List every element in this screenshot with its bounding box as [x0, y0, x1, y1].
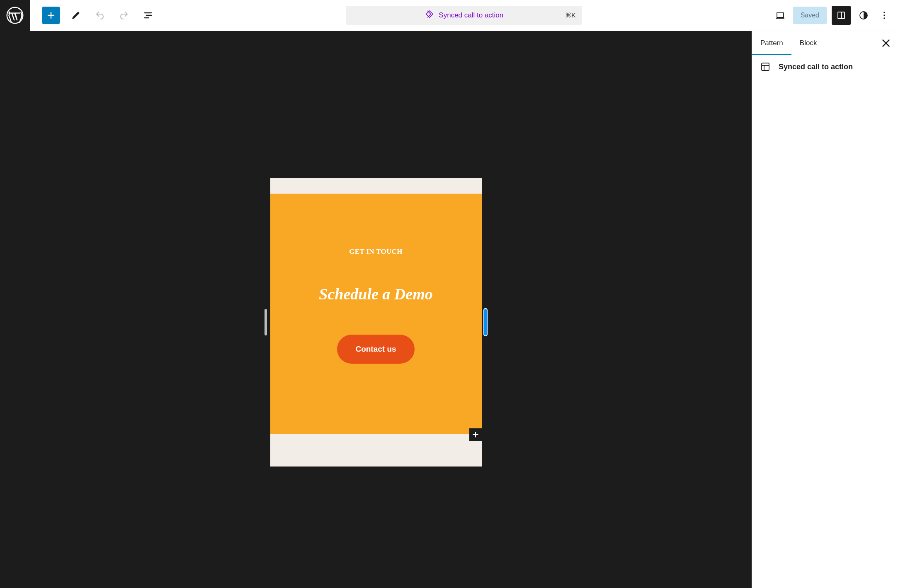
edit-tool-button[interactable]	[68, 7, 84, 23]
block-inserter-button[interactable]	[42, 7, 60, 24]
close-sidebar-button[interactable]	[880, 37, 892, 49]
svg-rect-17	[762, 63, 769, 70]
cta-heading[interactable]: Schedule a Demo	[279, 285, 473, 303]
document-bar[interactable]: Synced call to action ⌘K	[346, 6, 582, 25]
styles-button[interactable]	[856, 7, 871, 23]
undo-button	[92, 7, 108, 23]
svg-point-12	[883, 17, 885, 19]
command-shortcut: ⌘K	[565, 12, 575, 19]
add-block-button[interactable]	[469, 428, 482, 441]
top-toolbar: Synced call to action ⌘K Saved	[0, 0, 898, 31]
tab-pattern[interactable]: Pattern	[752, 31, 791, 55]
document-title: Synced call to action	[439, 11, 503, 19]
synced-pattern-icon	[425, 10, 434, 21]
cta-eyebrow[interactable]: GET IN TOUCH	[279, 248, 473, 256]
cta-block[interactable]: GET IN TOUCH Schedule a Demo Contact us	[270, 194, 482, 434]
settings-sidebar-toggle[interactable]	[832, 6, 851, 25]
svg-rect-7	[838, 12, 845, 19]
resize-handle-left[interactable]	[265, 309, 267, 335]
editor-canvas[interactable]: GET IN TOUCH Schedule a Demo Contact us	[0, 31, 752, 588]
template-icon	[760, 62, 770, 72]
tab-block[interactable]: Block	[791, 31, 825, 55]
resize-handle-right[interactable]	[483, 308, 488, 336]
wordpress-logo[interactable]	[0, 0, 30, 31]
document-overview-button[interactable]	[140, 7, 156, 23]
pattern-name: Synced call to action	[779, 63, 853, 71]
redo-button	[116, 7, 132, 23]
cta-button[interactable]: Contact us	[337, 335, 414, 364]
canvas-frame[interactable]: GET IN TOUCH Schedule a Demo Contact us	[270, 178, 482, 467]
svg-point-10	[883, 12, 885, 13]
pattern-item[interactable]: Synced call to action	[760, 62, 890, 72]
save-button: Saved	[793, 7, 827, 24]
more-options-button[interactable]	[876, 7, 892, 23]
view-button[interactable]	[772, 7, 788, 23]
svg-point-11	[883, 15, 885, 16]
settings-sidebar: Pattern Block	[752, 31, 898, 588]
